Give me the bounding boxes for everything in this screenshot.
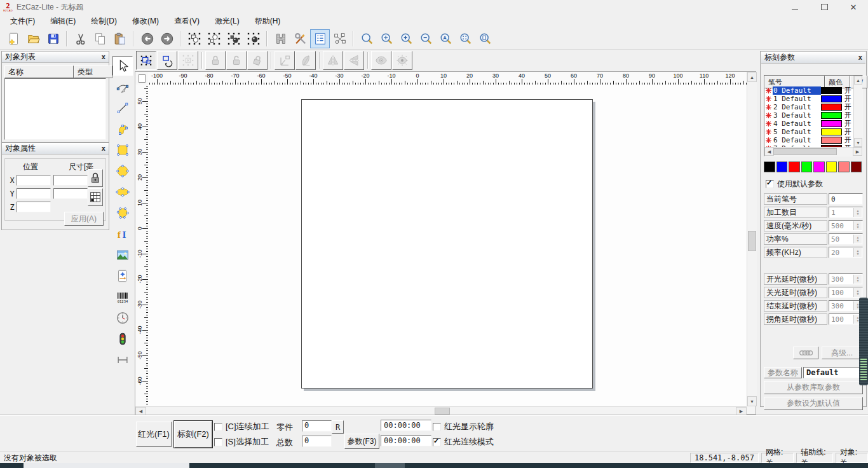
param-field[interactable]: 300▲▼ (829, 273, 863, 285)
canvas-viewport[interactable] (148, 85, 747, 406)
zoom-window-button[interactable] (357, 29, 377, 48)
paste-button[interactable] (110, 29, 130, 48)
io-control-tool[interactable] (112, 329, 133, 348)
column-header-name[interactable]: 名称 (4, 65, 74, 78)
pen-table-vertical-scrollbar[interactable]: ▲ ▼ (853, 76, 862, 147)
pen-scroll-down-icon[interactable]: ▼ (854, 138, 862, 147)
menu-item-5[interactable]: 激光(L) (208, 15, 246, 28)
red-light-button[interactable]: 红光(F1) (136, 422, 172, 447)
circle-tool[interactable] (112, 161, 133, 181)
aspect-lock-button[interactable] (88, 169, 103, 187)
transform-scale-button[interactable] (136, 51, 156, 70)
show-outline-checkbox[interactable] (433, 423, 441, 431)
polygon-tool[interactable] (112, 203, 133, 223)
color-swatch[interactable] (764, 162, 775, 172)
copy-button[interactable] (90, 29, 110, 48)
pen-scroll-thumb[interactable] (773, 148, 837, 155)
pen-table-horizontal-scrollbar[interactable]: ◀ ▶ (764, 147, 862, 156)
apply-button[interactable]: 应用(A) (64, 212, 104, 226)
maximize-button[interactable] (810, 0, 839, 14)
color-swatch[interactable] (838, 162, 850, 172)
spinner[interactable]: ▲▼ (853, 221, 862, 230)
object-list-body[interactable] (4, 78, 106, 140)
color-swatch[interactable] (801, 162, 813, 172)
node-edit-tool[interactable] (112, 77, 133, 97)
param-name-button[interactable]: 参数名称 (764, 367, 802, 378)
position-z-input[interactable] (17, 202, 51, 212)
color-swatch[interactable] (776, 162, 788, 172)
close-button[interactable]: ✕ (839, 0, 868, 14)
jump-distance-tool[interactable] (112, 350, 133, 369)
save-button[interactable] (43, 29, 63, 48)
loop-mode-button[interactable] (793, 347, 818, 359)
select-mode-3-button[interactable] (224, 29, 243, 48)
object-toggle-status[interactable]: 对象:关 (836, 453, 868, 463)
object-list-close-icon[interactable]: x (101, 53, 105, 61)
select-mode-1-button[interactable] (184, 29, 204, 48)
advanced-button[interactable]: 高级... (822, 347, 862, 359)
redo-button[interactable] (157, 29, 177, 48)
cut-button[interactable] (71, 29, 90, 48)
color-swatch[interactable] (789, 162, 800, 172)
param-field[interactable]: 100▲▼ (829, 313, 863, 325)
param-field[interactable]: 100▲▼ (829, 287, 863, 298)
param-field[interactable]: 0 (829, 193, 863, 205)
mark-params-close-icon[interactable]: x (858, 53, 862, 62)
menu-item-6[interactable]: 帮助(H) (248, 15, 287, 28)
total-count-field[interactable]: 0 (302, 436, 332, 447)
new-button[interactable] (4, 29, 24, 48)
zoom-out-button[interactable] (416, 29, 436, 48)
object-tree-button[interactable] (330, 29, 349, 48)
pen-scroll-right-icon[interactable]: ▶ (853, 148, 862, 156)
color-swatch[interactable] (813, 162, 825, 172)
reset-count-button[interactable]: R (332, 420, 344, 434)
scroll-up-icon[interactable]: ▲ (747, 72, 757, 82)
vertical-scroll-thumb[interactable] (748, 231, 756, 251)
param-field[interactable]: 20▲▼ (829, 247, 863, 258)
options-button[interactable] (290, 29, 310, 48)
param-field[interactable]: 500▲▼ (829, 220, 863, 231)
minimize-button[interactable] (780, 0, 810, 14)
hatch-button[interactable] (271, 29, 290, 48)
menu-item-2[interactable]: 绘制(D) (85, 15, 123, 28)
size-x-input[interactable] (53, 175, 88, 186)
position-y-input[interactable] (17, 188, 51, 199)
params-f3-button[interactable]: 参数(F3) (344, 434, 379, 449)
param-field[interactable]: 1▲▼ (829, 207, 863, 218)
canvas-horizontal-scrollbar[interactable]: ◀ ▶ (135, 406, 747, 415)
horizontal-scroll-thumb[interactable] (435, 408, 450, 415)
set-as-default-button[interactable]: 参数设为默认值 (764, 397, 863, 410)
menu-item-0[interactable]: 文件(F) (4, 15, 41, 28)
bitmap-tool[interactable] (112, 245, 133, 265)
zoom-selection-button[interactable] (456, 29, 475, 48)
from-library-button[interactable]: 从参数库取参数 (764, 381, 863, 394)
spinner[interactable]: ▲▼ (853, 235, 862, 244)
vector-file-tool[interactable] (112, 266, 133, 286)
color-swatch[interactable] (851, 162, 862, 172)
ellipse-tool[interactable] (112, 182, 133, 202)
menu-item-1[interactable]: 编辑(E) (44, 15, 82, 28)
scroll-down-icon[interactable]: ▼ (747, 396, 757, 406)
position-x-input[interactable] (17, 175, 51, 186)
anchor-grid-button[interactable] (88, 188, 103, 206)
param-field[interactable]: 300▲▼ (829, 300, 863, 312)
zoom-page-button[interactable] (475, 29, 495, 48)
undo-button[interactable] (137, 29, 157, 48)
spinner[interactable]: ▲▼ (853, 208, 862, 217)
guides-toggle-status[interactable]: 辅助线:关 (796, 453, 833, 463)
column-header-type[interactable]: 类型 (74, 65, 112, 78)
pen-scroll-up-icon[interactable]: ▲ (854, 76, 862, 85)
select-mark-checkbox[interactable] (214, 438, 222, 446)
part-count-field[interactable]: 0 (302, 420, 332, 432)
timer-tool[interactable] (112, 308, 133, 327)
select-mode-2-button[interactable] (204, 29, 224, 48)
grid-toggle-status[interactable]: 网格:关 (761, 453, 794, 463)
param-name-value[interactable]: Default (803, 367, 863, 378)
color-swatch[interactable] (826, 162, 837, 172)
object-properties-close-icon[interactable]: x (101, 144, 105, 153)
param-field[interactable]: 50▲▼ (829, 233, 863, 245)
pen-scroll-left-icon[interactable]: ◀ (764, 148, 774, 156)
mark-params-button[interactable] (310, 29, 330, 48)
spinner[interactable]: ▲▼ (853, 275, 862, 284)
curve-tool[interactable] (112, 119, 133, 139)
